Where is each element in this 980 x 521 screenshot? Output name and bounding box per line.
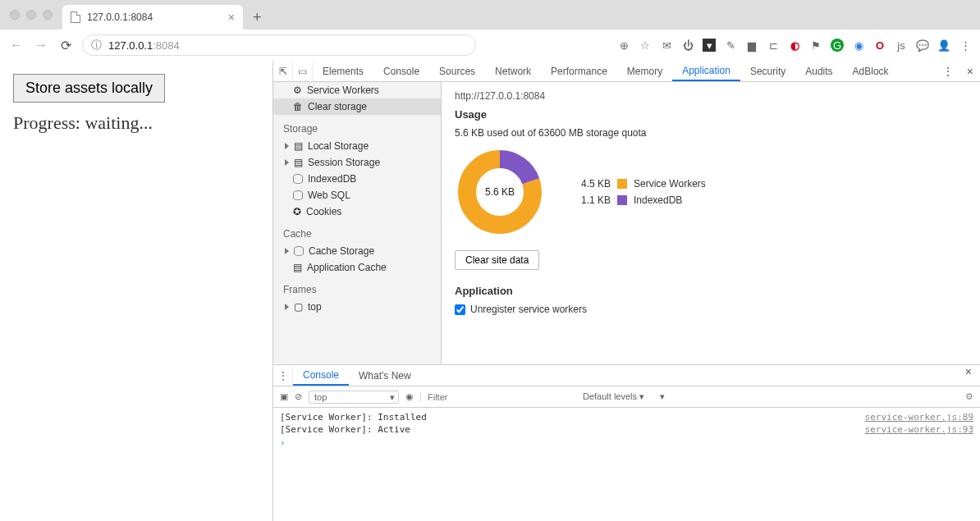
tab-adblock[interactable]: AdBlock (843, 61, 899, 81)
clear-storage-panel: http://127.0.0.1:8084 Usage 5.6 KB used … (442, 82, 980, 364)
console-line: [Service Worker]: Active service-worker.… (280, 423, 973, 436)
expand-icon[interactable] (285, 143, 289, 149)
site-info-icon[interactable]: ⓘ (91, 38, 102, 53)
new-tab-button[interactable]: + (253, 5, 262, 30)
window-controls[interactable] (10, 10, 53, 20)
tab-network[interactable]: Network (485, 61, 541, 81)
pocket-icon[interactable]: ▾ (703, 39, 716, 52)
browser-chrome: 127.0.0.1:8084 × + ← → ⟳ ⓘ 127.0.0.1:808… (0, 0, 980, 61)
tab-security[interactable]: Security (740, 61, 795, 81)
devtools-close-icon[interactable]: × (960, 65, 980, 78)
grid-icon: ▤ (293, 262, 302, 273)
tab-elements[interactable]: Elements (313, 61, 373, 81)
address-port: :8084 (153, 39, 180, 52)
pencil-icon[interactable]: ✎ (724, 39, 737, 52)
extension-bar: ⊕ ☆ ✉ ⏻ ▾ ✎ ▆ ⊏ ◐ ⚑ G ◉ O js 💬 👤 ⋮ (617, 39, 972, 52)
console-settings-icon[interactable]: ⚙ (965, 391, 973, 402)
tab-console[interactable]: Console (373, 61, 429, 81)
address-bar[interactable]: ⓘ 127.0.0.1:8084 (82, 34, 476, 56)
legend-row-indexeddb: 1.1 KB IndexedDB (570, 194, 706, 206)
page-icon (71, 11, 80, 23)
console-filter-input[interactable] (420, 392, 568, 402)
database-icon (293, 190, 303, 200)
zoom-window-icon[interactable] (43, 10, 53, 20)
drawer-more-icon[interactable]: ⋮ (273, 365, 293, 386)
sidebar-session-storage[interactable]: ▤Session Storage (273, 154, 441, 171)
tab-performance[interactable]: Performance (541, 61, 617, 81)
minimize-window-icon[interactable] (26, 10, 36, 20)
sidebar-cookies[interactable]: ✪Cookies (273, 203, 441, 220)
checkbox-input[interactable] (455, 304, 465, 315)
expand-icon[interactable] (285, 159, 289, 166)
browser-toolbar: ← → ⟳ ⓘ 127.0.0.1:8084 ⊕ ☆ ✉ ⏻ ▾ ✎ ▆ ⊏ ◐… (0, 30, 980, 61)
drawer-close-icon[interactable]: × (957, 365, 980, 386)
store-assets-button[interactable]: Store assets locally (13, 74, 165, 103)
address-host: 127.0.0.1 (108, 39, 153, 52)
close-window-icon[interactable] (10, 10, 20, 20)
ublock-icon[interactable]: ◐ (788, 39, 801, 52)
console-context-select[interactable]: top (309, 391, 399, 404)
profile-avatar[interactable]: 👤 (937, 39, 950, 52)
clear-console-icon[interactable]: ⊘ (295, 391, 302, 402)
application-heading: Application (455, 285, 967, 297)
console-source-link[interactable]: service-worker.js:89 (865, 412, 973, 423)
bookmark-star-icon[interactable]: ☆ (639, 39, 652, 52)
zoom-icon[interactable]: ⊕ (617, 39, 630, 52)
expand-icon[interactable] (285, 248, 289, 254)
globe-icon[interactable]: ◉ (852, 39, 865, 52)
tab-close-icon[interactable]: × (228, 11, 235, 23)
forward-button[interactable]: → (33, 38, 49, 53)
mail-icon[interactable]: ✉ (660, 39, 673, 52)
console-source-link[interactable]: service-worker.js:93 (865, 424, 973, 435)
menu-icon[interactable]: ⋮ (959, 39, 972, 52)
opera-icon[interactable]: O (873, 39, 886, 52)
devtools-drawer: ⋮ Console What's New × ▣ ⊘ top ◉ Default… (273, 365, 980, 521)
bracket-icon[interactable]: ⊏ (767, 39, 780, 52)
browser-tab[interactable]: 127.0.0.1:8084 × (62, 5, 243, 30)
log-levels-select[interactable]: Default levels ▾ (578, 391, 668, 403)
expand-icon[interactable] (285, 304, 289, 310)
drawer-tab-whatsnew[interactable]: What's New (349, 365, 421, 386)
device-toolbar-icon[interactable]: ▭ (293, 61, 313, 81)
application-sidebar: ⚙ Service Workers 🗑 Clear storage Storag… (273, 82, 442, 364)
sidebar-frame-top[interactable]: ▢top (273, 299, 441, 315)
database-icon (294, 246, 304, 256)
console-sidebar-toggle-icon[interactable]: ▣ (280, 391, 288, 402)
drawer-tab-console[interactable]: Console (293, 365, 349, 386)
unregister-sw-checkbox[interactable]: Unregister service workers (455, 304, 967, 315)
sidebar-app-cache[interactable]: ▤Application Cache (273, 259, 441, 276)
database-icon (293, 174, 303, 184)
power-icon[interactable]: ⏻ (681, 39, 694, 52)
usage-heading: Usage (455, 108, 967, 121)
sidebar-cache-storage[interactable]: Cache Storage (273, 243, 441, 259)
console-prompt[interactable]: › (280, 436, 973, 450)
tab-sources[interactable]: Sources (429, 61, 485, 81)
clear-site-data-button[interactable]: Clear site data (455, 250, 539, 270)
js-icon[interactable]: js (895, 39, 908, 52)
graph-icon[interactable]: ▆ (745, 39, 758, 52)
grammarly-icon[interactable]: G (831, 39, 844, 52)
live-expression-icon[interactable]: ◉ (405, 391, 414, 402)
page-content: Store assets locally Progress: waiting..… (0, 61, 272, 521)
tab-application[interactable]: Application (672, 61, 740, 81)
usage-summary: 5.6 KB used out of 63600 MB storage quot… (455, 127, 967, 139)
inspect-element-icon[interactable]: ⇱ (273, 61, 293, 81)
sidebar-clear-storage[interactable]: 🗑 Clear storage (273, 98, 441, 115)
reload-button[interactable]: ⟳ (57, 38, 74, 53)
sidebar-category-frames: Frames (273, 276, 441, 299)
sidebar-local-storage[interactable]: ▤Local Storage (273, 138, 441, 154)
tab-audits[interactable]: Audits (795, 61, 842, 81)
devtools-more-icon[interactable]: ⋮ (936, 65, 960, 78)
back-button[interactable]: ← (8, 38, 25, 53)
chat-icon[interactable]: 💬 (916, 39, 929, 52)
usage-donut-chart: 5.6 KB (455, 147, 545, 237)
tab-memory[interactable]: Memory (617, 61, 672, 81)
donut-center-value: 5.6 KB (455, 147, 545, 237)
console-line: [Service Worker]: Installed service-work… (280, 411, 973, 423)
sidebar-category-cache: Cache (273, 220, 441, 243)
flag-icon[interactable]: ⚑ (809, 39, 822, 52)
sidebar-indexeddb[interactable]: IndexedDB (273, 171, 441, 187)
titlebar: 127.0.0.1:8084 × + (0, 0, 980, 30)
sidebar-service-workers[interactable]: ⚙ Service Workers (273, 82, 441, 98)
sidebar-websql[interactable]: Web SQL (273, 187, 441, 203)
